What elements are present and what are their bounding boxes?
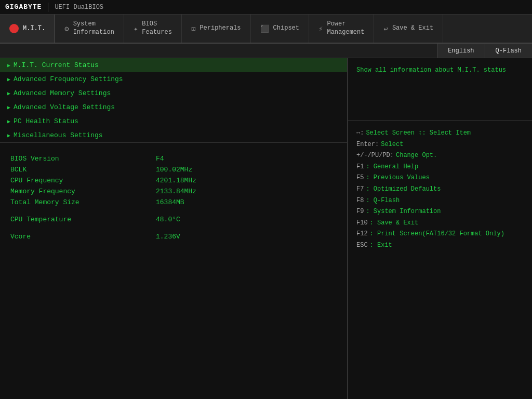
help-desc-7: : System Information (366, 206, 441, 218)
chipset-icon: ⬛ (260, 24, 269, 33)
tab-sysinfo-label1: System (73, 20, 114, 29)
separator (48, 3, 48, 12)
menu-item-label: Miscellaneous Settings (14, 131, 103, 139)
description-area: Show all information about M.I.T. status (348, 58, 532, 121)
help-key-6: F8 (356, 195, 364, 207)
topbar: GIGABYTE UEFI DualBIOS (0, 0, 532, 15)
help-desc-0: Select Screen ↕: Select Item (366, 128, 471, 139)
help-key-0: ↔: (356, 128, 364, 139)
menu-item-mit-current[interactable]: ▶M.I.T. Current Status (0, 58, 347, 72)
help-desc-8: : Save & Exit (370, 218, 419, 229)
menu-item-label: PC Health Status (14, 117, 78, 125)
help-row-4: F5: Previous Values (356, 172, 524, 184)
info-label-4: Total Memory Size (10, 198, 156, 206)
menu-item-label: M.I.T. Current Status (14, 61, 99, 69)
help-row-5: F7: Optimized Defaults (356, 184, 524, 195)
help-desc-6: : Q-Flash (366, 195, 400, 207)
menu-item-label: Advanced Frequency Settings (14, 75, 123, 83)
bios-label: UEFI DualBIOS (55, 4, 103, 11)
saveexit-icon: ↩ (383, 24, 388, 33)
nav-tabs: M.I.T. ⚙ System Information ✦ BIOS Featu… (0, 15, 532, 44)
menu-item-adv-freq[interactable]: ▶Advanced Frequency Settings (0, 72, 347, 86)
help-row-8: F10: Save & Exit (356, 218, 524, 229)
arrow-icon: ▶ (7, 132, 10, 139)
bios-icon: ✦ (134, 24, 138, 33)
help-key-2: +/-/PU/PD: (356, 150, 394, 162)
qflash-label: Q-Flash (496, 47, 522, 55)
help-key-1: Enter: (356, 139, 379, 151)
tab-power-label2: Management (327, 29, 364, 37)
info-spacer-5 (10, 208, 337, 214)
help-row-3: F1: General Help (356, 162, 524, 173)
help-key-10: ESC (356, 240, 368, 251)
menu-item-adv-mem[interactable]: ▶Advanced Memory Settings (0, 86, 347, 100)
info-label-0: BIOS Version (10, 155, 156, 163)
help-key-5: F7 (356, 184, 364, 195)
tab-bios-label1: BIOS (142, 20, 172, 29)
power-icon: ⚡ (318, 24, 323, 33)
help-row-10: ESC: Exit (356, 240, 524, 251)
info-table: BIOS VersionF4BCLK100.02MHzCPU Frequency… (0, 143, 347, 399)
tab-save-exit[interactable]: ↩ Save & Exit (374, 15, 443, 43)
info-label-8: Vcore (10, 233, 156, 241)
info-label-3: Memory Frequency (10, 188, 156, 195)
mit-dot-icon (9, 24, 19, 33)
tab-mit-label: M.I.T. (23, 25, 45, 32)
help-desc-10: : Exit (370, 240, 392, 251)
description-text: Show all information about M.I.T. status (356, 66, 506, 74)
tab-mit[interactable]: M.I.T. (0, 15, 55, 43)
info-value-2: 4201.18MHz (156, 177, 196, 184)
info-value-1: 100.02MHz (156, 166, 192, 174)
info-spacer-7 (10, 225, 337, 231)
tab-chipset[interactable]: ⬛ Chipset (251, 15, 309, 43)
info-row-4: Total Memory Size16384MB (10, 197, 337, 208)
right-panel: Show all information about M.I.T. status… (348, 58, 532, 399)
info-row-2: CPU Frequency4201.18MHz (10, 175, 337, 186)
sysinfo-icon: ⚙ (64, 24, 69, 33)
tab-power-label1: Power (327, 20, 364, 29)
info-label-6: CPU Temperature (10, 216, 156, 223)
arrow-icon: ▶ (7, 90, 10, 97)
menu-item-label: Advanced Memory Settings (14, 89, 111, 97)
help-desc-2: Change Opt. (396, 150, 437, 162)
tab-saveexit-label: Save & Exit (392, 24, 433, 33)
help-row-2: +/-/PU/PD:Change Opt. (356, 150, 524, 162)
info-row-8: Vcore1.236V (10, 231, 337, 242)
help-row-9: F12: Print Screen(FAT16/32 Format Only) (356, 229, 524, 240)
help-row-7: F9: System Information (356, 206, 524, 218)
info-value-0: F4 (156, 155, 164, 163)
info-row-0: BIOS VersionF4 (10, 153, 337, 164)
info-value-4: 16384MB (156, 198, 184, 206)
help-desc-4: : Previous Values (366, 172, 429, 184)
english-label: English (448, 47, 474, 55)
menu-item-adv-volt[interactable]: ▶Advanced Voltage Settings (0, 100, 347, 114)
help-key-9: F12 (356, 229, 368, 240)
info-label-2: CPU Frequency (10, 177, 156, 184)
info-value-8: 1.236V (156, 233, 180, 241)
help-key-4: F5 (356, 172, 364, 184)
help-key-7: F9 (356, 206, 364, 218)
tab-sysinfo-label2: Information (73, 29, 114, 37)
english-button[interactable]: English (437, 44, 484, 58)
menu-item-label: Advanced Voltage Settings (14, 103, 115, 111)
info-value-3: 2133.84MHz (156, 188, 196, 195)
lang-row: English Q-Flash (0, 44, 532, 58)
help-key-8: F10 (356, 218, 368, 229)
tab-peripherals[interactable]: ⊡ Peripherals (182, 15, 251, 43)
tab-power-management[interactable]: ⚡ Power Management (309, 15, 374, 43)
info-value-6: 48.0°C (156, 216, 180, 223)
main-content: ▶M.I.T. Current Status▶Advanced Frequenc… (0, 58, 532, 399)
left-panel: ▶M.I.T. Current Status▶Advanced Frequenc… (0, 58, 348, 399)
tab-system-information[interactable]: ⚙ System Information (55, 15, 124, 43)
info-label-1: BCLK (10, 166, 156, 174)
help-area: ↔:Select Screen ↕: Select ItemEnter:Sele… (348, 121, 532, 399)
help-row-6: F8: Q-Flash (356, 195, 524, 207)
menu-item-misc[interactable]: ▶Miscellaneous Settings (0, 128, 347, 142)
menu-item-pc-health[interactable]: ▶PC Health Status (0, 114, 347, 128)
qflash-button[interactable]: Q-Flash (485, 44, 532, 58)
tab-bios-features[interactable]: ✦ BIOS Features (124, 15, 182, 43)
help-desc-9: : Print Screen(FAT16/32 Format Only) (370, 229, 504, 240)
peripherals-icon: ⊡ (191, 24, 195, 33)
help-desc-1: Select (381, 139, 403, 151)
arrow-icon: ▶ (7, 76, 10, 83)
